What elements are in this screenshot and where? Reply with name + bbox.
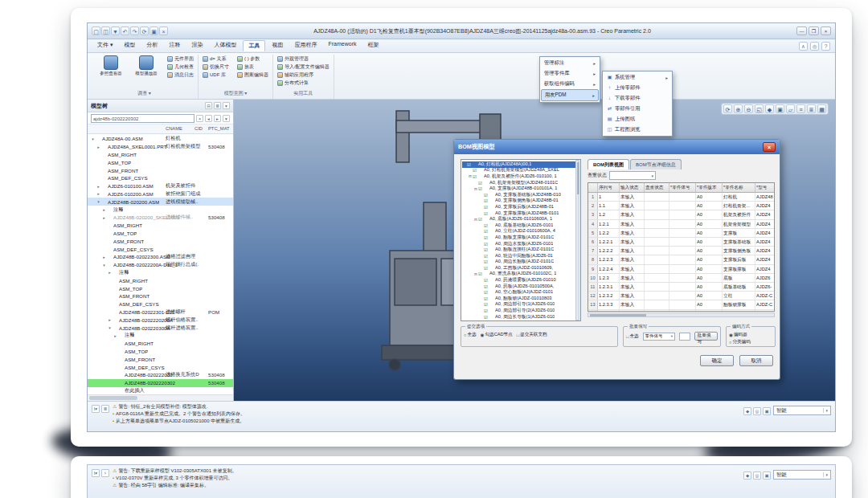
reorient-icon[interactable]: ◆ xyxy=(765,104,774,113)
tree-row[interactable]: ASM_RIGHT xyxy=(88,276,233,284)
model-player-icon[interactable]: 模型播放器 xyxy=(129,55,163,76)
datum-display-icon[interactable]: ▱ xyxy=(786,104,795,113)
bom-column-header[interactable]: *零件名称 xyxy=(723,183,755,192)
appearance-manager-icon[interactable]: 外观管理器 xyxy=(276,55,330,63)
tree-expander-icon[interactable]: ▸ xyxy=(107,270,113,275)
bom-column-header[interactable]: 查重状态 xyxy=(645,183,669,192)
menu-tab[interactable]: 人体模型 xyxy=(209,40,241,51)
batch-value-input[interactable] xyxy=(679,333,690,341)
bom-table-row[interactable]: 11 1.2.3.1 未输入 A0 底板基础板 AJDZ6- xyxy=(588,283,774,292)
tree-row[interactable]: ASM_FRONT xyxy=(88,237,233,245)
message-log-icon[interactable]: 消息日志 xyxy=(166,71,194,79)
minimize-ribbon-icon[interactable]: ∧ xyxy=(799,42,808,51)
checkbox-icon[interactable]: ☑ xyxy=(484,284,489,289)
ribbon-group-label[interactable]: 调查 ▾ xyxy=(94,89,194,99)
checkbox-icon[interactable]: ☑ xyxy=(484,254,489,259)
tree-row[interactable]: ▸ AJDZ48B-020200_SKEL0001 进格辅件械.. 530408 xyxy=(88,214,233,222)
coding-option[interactable]: ○ 分类编码 xyxy=(729,339,751,345)
checkbox-icon[interactable]: ☑ xyxy=(484,290,489,295)
checkbox-icon[interactable]: ☑ xyxy=(478,217,484,222)
close-button[interactable]: × xyxy=(821,27,831,35)
component-interface-icon[interactable]: 元件界面 xyxy=(166,55,194,63)
message-filter-icon[interactable]: I▾ xyxy=(92,469,100,477)
tree-expander-icon[interactable]: ▾ xyxy=(90,137,96,141)
checkbox-icon[interactable]: ☑ xyxy=(484,308,489,313)
tools-menu-item[interactable]: 获取组件编码 ▸ xyxy=(541,79,599,89)
reference-viewer-icon[interactable]: 参照查看器 xyxy=(94,55,128,76)
tree-row[interactable]: ▸ AJDZ6-010100.ASM 机架及被拒件 xyxy=(88,182,233,190)
menu-tab[interactable]: 注释 xyxy=(164,40,185,51)
tree-row[interactable]: ▾ AJDZ48B-02022200A-D11_1 瑞班细行总成(. xyxy=(88,261,233,269)
close-window-icon[interactable]: × xyxy=(159,27,168,35)
pdm-menu-item[interactable]: ↓ 下载零部件 xyxy=(604,93,671,104)
tree-row[interactable]: ASM_DEF_CSYS xyxy=(88,174,233,182)
checkbox-icon[interactable]: ☑ xyxy=(484,229,489,234)
tree-settings-icon[interactable]: ▾ xyxy=(223,102,230,109)
windows-icon[interactable]: ▣ xyxy=(149,27,158,35)
tools-menu-item[interactable]: 用友PDM ▸ xyxy=(541,89,599,101)
bom-table-row[interactable]: 13 1.2.3.3 未输入 A0 翻板锁撑板 AJDZ-C xyxy=(588,300,774,309)
tree-row[interactable]: ASM_FRONT xyxy=(88,355,233,363)
zoom-fit-icon[interactable]: ◱ xyxy=(755,104,764,113)
message-filter-icon[interactable]: I▾ xyxy=(92,405,100,413)
tree-expander-icon[interactable]: ▾ xyxy=(101,263,107,267)
view-manager-icon[interactable]: ▦ xyxy=(817,104,826,113)
bom-tree-row[interactable]: ☑ A0, 周边长导板(1(AJDZ6-010 xyxy=(462,314,579,320)
tree-expander-icon[interactable]: ▾ xyxy=(96,199,101,204)
tree-list-icon[interactable]: ⊟ xyxy=(205,102,212,109)
search-clear-icon[interactable]: × xyxy=(196,115,203,122)
bom-table-row[interactable]: 9 1.2.2.4 未输入 A0 支撑板撑板 AJDZ4 xyxy=(588,265,774,274)
bom-tab[interactable]: BOM列表视图 xyxy=(588,159,629,169)
submit-option[interactable]: ○ 全选 xyxy=(464,332,477,338)
search-filter-icon[interactable]: ▾ xyxy=(223,115,230,122)
tree-expander-icon[interactable]: ▸ xyxy=(96,191,101,196)
search-prev-icon[interactable]: ◂ xyxy=(205,115,212,122)
pdm-menu-item[interactable]: ◫ 工程图浏览 xyxy=(604,124,671,135)
new-file-icon[interactable]: ▢ xyxy=(92,27,100,35)
clipboard-icon[interactable]: ▣ xyxy=(763,471,771,480)
relations-icon[interactable]: d= 关系 xyxy=(202,55,230,63)
bom-table-row[interactable]: 8 1.2.2.3 未输入 A0 支撑板后板 AJDZ4 xyxy=(588,255,774,264)
menu-tab[interactable]: 应用程序 xyxy=(289,40,321,51)
checkbox-icon[interactable]: ☑ xyxy=(484,235,489,240)
tree-expander-icon[interactable]: ▸ xyxy=(113,333,118,338)
tree-expander-icon[interactable]: ▸ xyxy=(101,207,107,212)
bom-table-row[interactable]: 1 1 未输入 A0 灯检机 AJDZ48 xyxy=(588,193,774,202)
bom-table-row[interactable]: 10 1.2.3 未输入 A0 底板 AJDZ6 xyxy=(588,274,774,283)
ribbon-group-label[interactable]: 模型意图 ▾ xyxy=(202,89,269,99)
checkbox-icon[interactable]: ☑ xyxy=(484,278,489,283)
config-editor-icon[interactable]: 导入/配置文件编辑器 xyxy=(276,63,330,71)
menu-tab[interactable]: Framework xyxy=(323,40,361,51)
datum-filter-icon[interactable]: ◆ xyxy=(743,471,751,480)
menu-tab[interactable]: 工具 xyxy=(243,40,265,51)
checkbox-icon[interactable]: ☑ xyxy=(484,242,489,247)
annotation-display-icon[interactable]: ≡ xyxy=(796,104,805,113)
bom-tab[interactable]: BOM节点详细信息 xyxy=(630,159,682,169)
tree-expander-icon[interactable]: ▸ xyxy=(101,215,107,220)
display-style-icon[interactable]: ▣ xyxy=(776,104,784,113)
tree-row[interactable]: ASM_RIGHT xyxy=(88,340,233,348)
checkbox-icon[interactable]: ☑ xyxy=(484,193,489,198)
bom-table-row[interactable]: 7 1.2.2.2 未输入 A0 支撑板侧角板 AJDZ4 xyxy=(588,247,774,255)
redo-icon[interactable]: ↷ xyxy=(130,27,139,35)
tree-row[interactable]: 在此插入 xyxy=(88,387,233,395)
checkbox-icon[interactable]: ☑ xyxy=(484,205,489,210)
menu-tab[interactable]: 框架 xyxy=(362,40,383,51)
zoom-out-icon[interactable]: ⊖ xyxy=(744,104,753,113)
pdm-menu-item[interactable]: ↑ 上传零部件 xyxy=(604,83,671,93)
tree-column-header[interactable]: CID xyxy=(194,126,203,131)
pdm-menu-item[interactable]: ⇄ 零部件引用 xyxy=(604,104,671,114)
open-file-icon[interactable]: ◫ xyxy=(101,27,110,35)
tree-row[interactable]: ▾ AJDZ48B-020220300A 螺杆进格装置.. xyxy=(88,324,233,332)
tree-row[interactable]: ASM_TOP xyxy=(88,284,233,292)
bom-column-header[interactable]: *零件体号 xyxy=(669,183,696,192)
bom-table-row[interactable]: 2 1.1 未输入 A0 灯检机骨架... AJDZ4 xyxy=(588,202,774,210)
distributed-computing-icon[interactable]: 分布式计算 xyxy=(276,80,330,87)
checkbox-icon[interactable]: ☑ xyxy=(484,259,489,264)
selection-filter-select[interactable]: 智能 ▾ xyxy=(773,470,831,480)
message-flag-icon[interactable]: ⚡ xyxy=(101,469,109,477)
parameters-icon[interactable]: ( ) 参数 xyxy=(236,55,269,63)
checkbox-icon[interactable]: ☑ xyxy=(473,168,478,173)
auxiliary-apps-icon[interactable]: 辅助应用程序 xyxy=(276,71,330,79)
pattern-editor-icon[interactable]: 图案编辑器 xyxy=(236,71,269,79)
